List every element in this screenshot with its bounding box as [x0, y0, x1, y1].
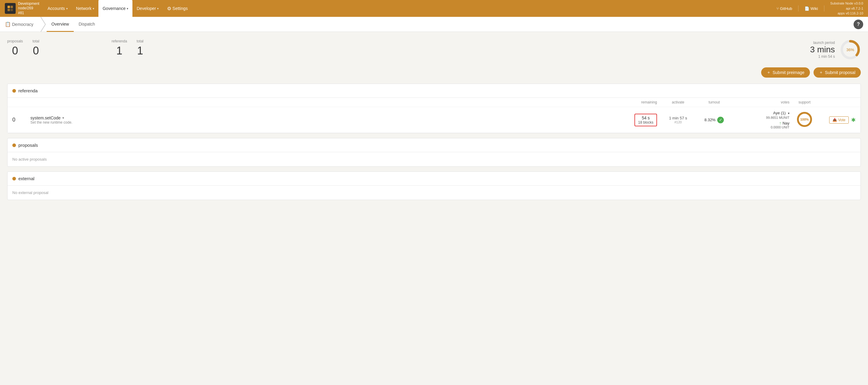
stat-total-referenda: total 1	[137, 39, 144, 57]
col-header-votes: votes	[729, 100, 789, 104]
remaining-box: 54 s 18 blocks	[634, 114, 657, 126]
ref-activate: 1 min 57 s #120	[657, 116, 699, 124]
wiki-link[interactable]: 📄 Wiki	[805, 6, 818, 11]
proposals-label: proposals	[7, 39, 23, 43]
plus-icon2: ＋	[819, 70, 823, 75]
navbar: Development node/269 #81 Accounts ▾ Netw…	[0, 0, 868, 17]
ref-support: 100%	[789, 111, 819, 129]
plus-icon: ＋	[767, 70, 771, 75]
governance-chevron-icon: ▾	[127, 7, 128, 10]
referenda-title: referenda	[18, 88, 38, 93]
referenda-section: referenda remaining activate turnout vot…	[7, 84, 861, 133]
ref-votes: Aye (1) ▾ 99.8651 MUNIT ↑ Nay 0.0000 UNI…	[729, 111, 789, 129]
proposals-section: proposals No active proposals	[7, 138, 861, 167]
main-content: proposals 0 total 0 referenda 1 total 1 …	[0, 32, 868, 212]
nav-governance[interactable]: Governance ▾	[98, 0, 132, 17]
svg-rect-1	[10, 6, 13, 8]
star-icon[interactable]: ✱	[851, 117, 856, 123]
external-title: external	[18, 176, 34, 181]
tab-dispatch[interactable]: Dispatch	[74, 17, 100, 32]
submit-proposal-button[interactable]: ＋ Submit proposal	[813, 67, 861, 77]
ref-func-desc: Set the new runtime code.	[30, 120, 618, 125]
activate-time: 1 min 57 s	[657, 116, 699, 120]
accounts-chevron-icon: ▾	[66, 7, 68, 10]
stat-total-proposals: total 0	[32, 39, 39, 57]
stat-referenda: referenda 1	[112, 39, 127, 57]
remaining-time: 54 s	[638, 116, 653, 120]
col-header-remaining: remaining	[618, 100, 657, 104]
node-block: #81	[18, 11, 39, 15]
total-referenda-label: total	[137, 39, 144, 43]
nav-network[interactable]: Network ▾	[72, 0, 98, 17]
node-id: node/269	[18, 6, 39, 11]
nay-votes: ↑ Nay	[729, 121, 789, 125]
stat-proposals: proposals 0	[7, 39, 23, 57]
vote-button[interactable]: 📥 Vote	[829, 117, 849, 124]
ref-actions: 📥 Vote ✱	[819, 117, 856, 124]
github-icon: ⑂	[776, 6, 779, 11]
ref-name: system.setCode ▾ Set the new runtime cod…	[30, 116, 618, 125]
referenda-stats: referenda 1 total 1	[112, 39, 144, 57]
support-donut: 100%	[796, 111, 813, 128]
proposals-stats: proposals 0 total 0	[7, 39, 39, 57]
action-row: ＋ Submit preimage ＋ Submit proposal	[7, 67, 861, 77]
proposals-dot	[12, 143, 16, 147]
nay-amount: 0.0000 UNIT	[729, 125, 789, 129]
referenda-dot	[12, 89, 16, 93]
breadcrumb-separator	[41, 17, 46, 32]
ref-remaining: 54 s 18 blocks	[618, 114, 657, 126]
nav-right: ⑂ GitHub 📄 Wiki Substrate Node v3.0.0 ap…	[776, 1, 863, 16]
version-info: Substrate Node v3.0.0 api v8.7.2-1 apps …	[830, 1, 863, 16]
col-header-activate: activate	[657, 100, 699, 104]
external-header: external	[7, 172, 861, 186]
launch-period-label: launch period	[810, 41, 835, 45]
stats-row: proposals 0 total 0 referenda 1 total 1 …	[7, 39, 861, 60]
submit-preimage-button[interactable]: ＋ Submit preimage	[761, 67, 810, 77]
support-pct: 100%	[800, 118, 809, 121]
table-row: 0 system.setCode ▾ Set the new runtime c…	[7, 107, 861, 133]
github-link[interactable]: ⑂ GitHub	[776, 6, 792, 11]
col-header-turnout: turnout	[699, 100, 729, 104]
external-section: external No external proposal	[7, 171, 861, 200]
help-button[interactable]: ?	[854, 20, 863, 29]
nav-settings[interactable]: ⚙ Settings	[163, 0, 192, 17]
node-name: Development	[18, 1, 39, 6]
ref-turnout: 8.32% ✓	[699, 117, 729, 123]
ref-id: 0	[12, 117, 30, 123]
subnav-section: 📋 Democracy	[5, 21, 38, 27]
proposals-value: 0	[7, 44, 23, 57]
nav-accounts[interactable]: Accounts ▾	[43, 0, 72, 17]
proposals-header: proposals	[7, 138, 861, 152]
no-proposals: No active proposals	[7, 152, 861, 166]
aye-votes: Aye (1) ▾	[729, 111, 789, 115]
ref-func-name: system.setCode ▾	[30, 116, 618, 120]
tab-overview[interactable]: Overview	[46, 17, 74, 32]
aye-amount: 99.8651 MUNIT	[729, 116, 789, 120]
nav-developer[interactable]: Developer ▾	[132, 0, 163, 17]
col-header-support: support	[789, 100, 819, 104]
launch-period-pct: 36%	[846, 47, 854, 52]
subnav: 📋 Democracy Overview Dispatch ?	[0, 17, 868, 32]
launch-period-remaining: 1 min 54 s	[810, 55, 835, 59]
app-logo[interactable]: Development node/269 #81	[5, 1, 41, 15]
remaining-blocks: 18 blocks	[638, 120, 653, 125]
wiki-icon: 📄	[805, 6, 809, 11]
nav-divider	[798, 5, 799, 11]
launch-period-time: 3 mins	[810, 45, 835, 55]
svg-rect-0	[7, 6, 10, 8]
external-dot	[12, 177, 16, 181]
referenda-header: referenda	[7, 84, 861, 98]
referenda-value: 1	[112, 44, 127, 57]
turnout-value: 8.32%	[705, 118, 716, 122]
dropdown-icon[interactable]: ▾	[62, 116, 64, 120]
turnout-check-icon: ✓	[717, 117, 724, 123]
no-external: No external proposal	[7, 186, 861, 200]
logo-icon	[5, 3, 16, 14]
democracy-icon: 📋	[5, 21, 11, 27]
svg-rect-2	[7, 9, 10, 11]
subnav-section-label: Democracy	[12, 22, 33, 27]
vote-icon: 📥	[833, 118, 837, 122]
launch-period-donut: 36%	[840, 39, 861, 60]
nay-up-icon: ↑	[779, 121, 781, 125]
referenda-label: referenda	[112, 39, 127, 43]
